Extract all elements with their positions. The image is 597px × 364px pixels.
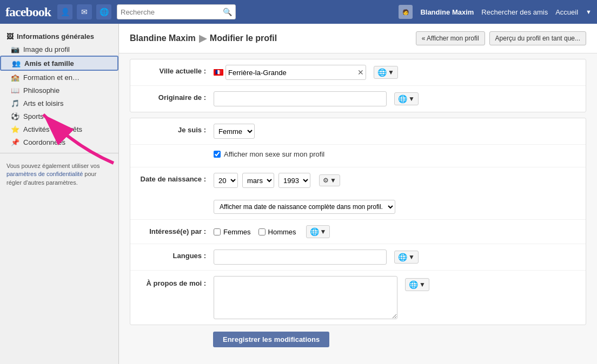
je-suis-label: Je suis :: [138, 124, 214, 134]
preview-profile-button[interactable]: Aperçu du profil en tant que...: [489, 31, 586, 45]
sidebar-item-philosophie[interactable]: 📖 Philosophie: [0, 84, 118, 97]
femmes-label: Femmes: [223, 228, 251, 236]
header-buttons: « Afficher mon profil Aperçu du profil e…: [416, 31, 586, 45]
user-avatar: 🧑: [399, 5, 413, 19]
home-link[interactable]: Accueil: [555, 8, 578, 16]
langues-input[interactable]: [214, 250, 387, 265]
langues-label: Langues :: [138, 250, 214, 260]
interesse-label: Intéressé(e) par :: [138, 225, 214, 235]
langues-globe-icon: 🌐: [398, 253, 407, 261]
originaire-privacy-arrow: ▼: [408, 95, 415, 103]
sidebar-item-amis-famille[interactable]: 👥 Amis et famille: [0, 56, 118, 71]
breadcrumb-page-title: Modifier le profil: [210, 33, 277, 43]
friends-nav-icon[interactable]: 👤: [57, 4, 72, 19]
apropos-globe-icon: 🌐: [409, 280, 418, 289]
find-friends-link[interactable]: Rechercher des amis: [481, 8, 548, 16]
date-selects-row: 20 mars 1993 ⚙ ▼: [214, 173, 340, 188]
originaire-label: Originaire de :: [138, 91, 214, 102]
sidebar-item-arts-loisirs[interactable]: 🎵 Arts et loisirs: [0, 97, 118, 110]
femmes-check-label[interactable]: Femmes: [214, 228, 251, 236]
show-gender-text: Afficher mon sexe sur mon profil: [224, 150, 324, 158]
ville-clear-button[interactable]: ✕: [357, 68, 364, 77]
breadcrumb: Blandine Maxim ▶ Modifier le profil: [130, 32, 277, 44]
sidebar-item-formation[interactable]: 🏫 Formation et en…: [0, 71, 118, 84]
search-input[interactable]: [121, 8, 223, 16]
facebook-logo: facebook: [5, 5, 51, 19]
interesse-row: Intéressé(e) par : Femmes Hommes: [130, 220, 586, 244]
ville-globe-icon: 🌐: [377, 68, 387, 77]
originaire-input[interactable]: [214, 91, 387, 106]
profile-header: Blandine Maxim ▶ Modifier le profil « Af…: [119, 24, 597, 53]
originaire-globe-icon: 🌐: [398, 95, 407, 103]
nav-right: 🧑 Blandine Maxim Rechercher des amis Acc…: [399, 5, 592, 19]
notifications-nav-icon[interactable]: 🌐: [96, 4, 111, 19]
show-gender-checkbox[interactable]: [214, 151, 221, 158]
hommes-check-label[interactable]: Hommes: [258, 228, 296, 236]
bday-display-row: Afficher ma date de naissance complète d…: [214, 197, 395, 214]
date-naissance-field: 20 mars 1993 ⚙ ▼: [214, 173, 578, 214]
originaire-field: 🌐 ▼: [214, 91, 578, 106]
sidebar-item-image-profil[interactable]: 📷 Image du profil: [0, 43, 118, 56]
nav-icon-group: 👤 ✉ 🌐: [57, 4, 111, 19]
sidebar-section-icon: 🖼: [6, 32, 14, 41]
form-section-personal: Je suis : Femme Homme Afficher m: [130, 118, 586, 325]
ville-input-wrapper: 🇫🇷 ✕: [214, 65, 366, 80]
langues-privacy-arrow: ▼: [408, 253, 415, 261]
month-select[interactable]: mars: [242, 173, 274, 188]
sidebar-section-title: 🖼 Informations générales: [0, 29, 118, 43]
apropos-textarea[interactable]: [214, 276, 397, 319]
interesse-globe-icon: 🌐: [310, 227, 319, 236]
image-profil-icon: 📷: [11, 45, 19, 53]
sidebar-note: Vous pouvez également utiliser vos param…: [0, 158, 118, 191]
sidebar-item-sports[interactable]: ⚽ Sports: [0, 110, 118, 123]
interesse-privacy-button[interactable]: 🌐 ▼: [306, 225, 330, 238]
langues-privacy-button[interactable]: 🌐 ▼: [394, 251, 419, 264]
show-gender-label-spacer: [138, 150, 214, 152]
originaire-row: Originaire de : 🌐 ▼: [130, 86, 586, 112]
date-privacy-button[interactable]: ⚙ ▼: [319, 174, 340, 186]
main-content: Blandine Maxim ▶ Modifier le profil « Af…: [119, 24, 597, 364]
save-button[interactable]: Enregistrer les modifications: [213, 332, 329, 347]
sidebar-divider: [0, 153, 118, 153]
apropos-privacy-arrow: ▼: [419, 281, 426, 288]
search-button[interactable]: 🔍: [223, 8, 232, 16]
gender-select[interactable]: Femme Homme: [214, 124, 255, 139]
ville-input[interactable]: [225, 65, 366, 80]
interested-checks: Femmes Hommes: [214, 228, 296, 236]
femmes-checkbox[interactable]: [214, 228, 221, 235]
top-nav: facebook 👤 ✉ 🌐 🔍 🧑 Blandine Maxim Recher…: [0, 0, 597, 24]
hommes-checkbox[interactable]: [258, 228, 266, 235]
ville-privacy-button[interactable]: 🌐 ▼: [374, 66, 398, 79]
date-privacy-arrow: ▼: [330, 177, 336, 184]
show-gender-field: Afficher mon sexe sur mon profil: [214, 150, 578, 158]
langues-field: 🌐 ▼: [214, 250, 578, 265]
day-select[interactable]: 20: [214, 173, 238, 188]
year-select[interactable]: 1993: [278, 173, 310, 188]
apropos-field: 🌐 ▼: [214, 276, 578, 319]
nav-username[interactable]: Blandine Maxim: [420, 8, 474, 16]
langues-row: Langues : 🌐 ▼: [130, 244, 586, 271]
apropos-privacy-button[interactable]: 🌐 ▼: [405, 278, 429, 291]
sidebar-item-activites[interactable]: ⭐ Activités et intérêts: [0, 123, 118, 136]
je-suis-row: Je suis : Femme Homme: [130, 118, 586, 145]
arts-loisirs-icon: 🎵: [11, 99, 19, 107]
search-bar: 🔍: [117, 4, 236, 19]
form-area: Ville actuelle : 🇫🇷 ✕ 🌐 ▼: [119, 53, 597, 358]
sidebar: 🖼 Informations générales 📷 Image du prof…: [0, 24, 119, 364]
nav-dropdown-arrow[interactable]: ▼: [586, 9, 592, 15]
bday-display-select[interactable]: Afficher ma date de naissance complète d…: [214, 200, 395, 214]
ville-flag-icon: 🇫🇷: [214, 69, 223, 76]
messages-nav-icon[interactable]: ✉: [77, 4, 92, 19]
activites-icon: ⭐: [11, 125, 19, 133]
privacy-settings-link[interactable]: paramètres de confidentialité: [6, 171, 83, 177]
je-suis-field: Femme Homme: [214, 124, 578, 139]
originaire-privacy-button[interactable]: 🌐 ▼: [394, 92, 419, 105]
breadcrumb-username: Blandine Maxim: [130, 33, 196, 43]
view-profile-button[interactable]: « Afficher mon profil: [416, 31, 485, 45]
amis-famille-icon: 👥: [12, 59, 21, 68]
interesse-field: Femmes Hommes 🌐 ▼: [214, 225, 578, 238]
sidebar-item-coordonnees[interactable]: 📌 Coordonnées: [0, 136, 118, 149]
date-gear-icon: ⚙: [323, 177, 329, 184]
sports-icon: ⚽: [11, 112, 19, 120]
formation-icon: 🏫: [11, 73, 19, 82]
